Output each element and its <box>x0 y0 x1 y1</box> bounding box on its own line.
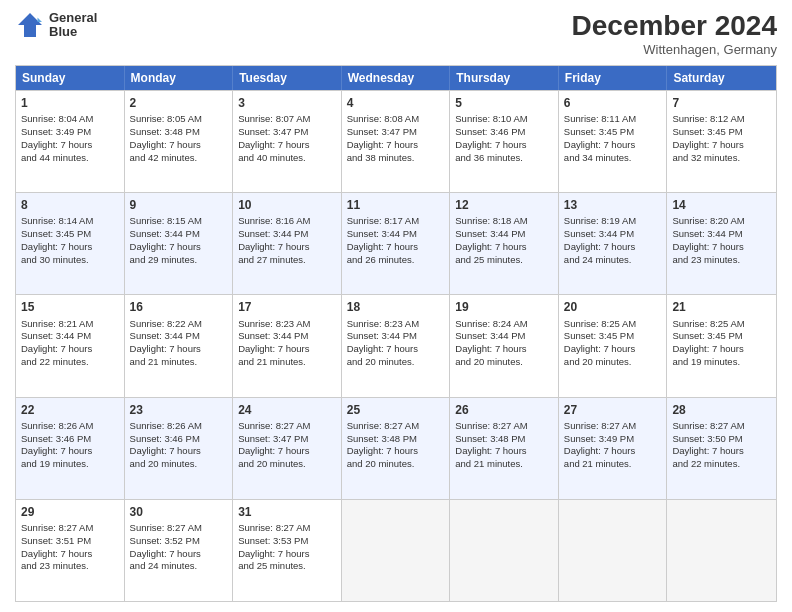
day-info: Sunrise: 8:27 AM <box>564 420 662 433</box>
day-info: Sunrise: 8:26 AM <box>130 420 228 433</box>
logo-line2: Blue <box>49 25 97 39</box>
day-info: and 24 minutes. <box>130 560 228 573</box>
day-info: Sunrise: 8:25 AM <box>564 318 662 331</box>
day-number: 2 <box>130 95 228 111</box>
day-info: and 34 minutes. <box>564 152 662 165</box>
day-info: Daylight: 7 hours <box>21 548 119 561</box>
day-info: Daylight: 7 hours <box>238 343 336 356</box>
day-info: Sunrise: 8:27 AM <box>347 420 445 433</box>
day-number: 15 <box>21 299 119 315</box>
day-info: Sunset: 3:47 PM <box>347 126 445 139</box>
day-info: Sunset: 3:44 PM <box>455 330 553 343</box>
day-info: Daylight: 7 hours <box>672 241 771 254</box>
day-info: and 23 minutes. <box>672 254 771 267</box>
day-info: and 21 minutes. <box>564 458 662 471</box>
day-info: and 20 minutes. <box>130 458 228 471</box>
day-info: Sunset: 3:48 PM <box>130 126 228 139</box>
cal-cell: 15Sunrise: 8:21 AMSunset: 3:44 PMDayligh… <box>16 295 125 396</box>
svg-marker-0 <box>18 13 42 37</box>
day-info: Sunset: 3:48 PM <box>347 433 445 446</box>
day-number: 5 <box>455 95 553 111</box>
day-info: Sunrise: 8:27 AM <box>130 522 228 535</box>
day-number: 27 <box>564 402 662 418</box>
calendar: SundayMondayTuesdayWednesdayThursdayFrid… <box>15 65 777 602</box>
day-info: Sunset: 3:44 PM <box>672 228 771 241</box>
day-info: Sunrise: 8:23 AM <box>238 318 336 331</box>
day-info: Daylight: 7 hours <box>238 548 336 561</box>
day-info: Daylight: 7 hours <box>455 241 553 254</box>
day-number: 31 <box>238 504 336 520</box>
day-info: Sunset: 3:45 PM <box>564 126 662 139</box>
day-info: Daylight: 7 hours <box>455 343 553 356</box>
day-info: Daylight: 7 hours <box>347 343 445 356</box>
day-number: 13 <box>564 197 662 213</box>
cal-cell: 11Sunrise: 8:17 AMSunset: 3:44 PMDayligh… <box>342 193 451 294</box>
cal-cell: 29Sunrise: 8:27 AMSunset: 3:51 PMDayligh… <box>16 500 125 601</box>
cal-header-day: Tuesday <box>233 66 342 90</box>
cal-cell: 28Sunrise: 8:27 AMSunset: 3:50 PMDayligh… <box>667 398 776 499</box>
day-info: Sunrise: 8:27 AM <box>455 420 553 433</box>
day-info: and 25 minutes. <box>238 560 336 573</box>
day-info: Sunrise: 8:10 AM <box>455 113 553 126</box>
day-number: 12 <box>455 197 553 213</box>
cal-cell: 23Sunrise: 8:26 AMSunset: 3:46 PMDayligh… <box>125 398 234 499</box>
cal-row: 1Sunrise: 8:04 AMSunset: 3:49 PMDaylight… <box>16 90 776 192</box>
day-info: and 22 minutes. <box>672 458 771 471</box>
day-info: and 25 minutes. <box>455 254 553 267</box>
day-info: Sunset: 3:44 PM <box>238 228 336 241</box>
day-info: Daylight: 7 hours <box>130 343 228 356</box>
day-info: Daylight: 7 hours <box>21 445 119 458</box>
day-info: Sunrise: 8:25 AM <box>672 318 771 331</box>
day-info: Sunrise: 8:15 AM <box>130 215 228 228</box>
day-number: 26 <box>455 402 553 418</box>
cal-header-day: Wednesday <box>342 66 451 90</box>
cal-row: 22Sunrise: 8:26 AMSunset: 3:46 PMDayligh… <box>16 397 776 499</box>
day-info: Sunset: 3:45 PM <box>21 228 119 241</box>
calendar-header: SundayMondayTuesdayWednesdayThursdayFrid… <box>16 66 776 90</box>
day-info: Daylight: 7 hours <box>347 445 445 458</box>
cal-cell: 19Sunrise: 8:24 AMSunset: 3:44 PMDayligh… <box>450 295 559 396</box>
cal-cell: 16Sunrise: 8:22 AMSunset: 3:44 PMDayligh… <box>125 295 234 396</box>
day-info: Daylight: 7 hours <box>130 445 228 458</box>
day-info: and 21 minutes. <box>455 458 553 471</box>
cal-cell: 20Sunrise: 8:25 AMSunset: 3:45 PMDayligh… <box>559 295 668 396</box>
day-info: Daylight: 7 hours <box>238 445 336 458</box>
cal-cell: 21Sunrise: 8:25 AMSunset: 3:45 PMDayligh… <box>667 295 776 396</box>
day-number: 18 <box>347 299 445 315</box>
day-info: and 44 minutes. <box>21 152 119 165</box>
cal-cell <box>559 500 668 601</box>
day-info: Daylight: 7 hours <box>130 548 228 561</box>
day-info: and 32 minutes. <box>672 152 771 165</box>
cal-header-day: Friday <box>559 66 668 90</box>
day-number: 21 <box>672 299 771 315</box>
day-info: Sunset: 3:52 PM <box>130 535 228 548</box>
day-info: Sunrise: 8:07 AM <box>238 113 336 126</box>
day-info: Sunrise: 8:23 AM <box>347 318 445 331</box>
cal-cell: 10Sunrise: 8:16 AMSunset: 3:44 PMDayligh… <box>233 193 342 294</box>
day-info: Sunrise: 8:22 AM <box>130 318 228 331</box>
day-info: Daylight: 7 hours <box>347 139 445 152</box>
cal-cell: 12Sunrise: 8:18 AMSunset: 3:44 PMDayligh… <box>450 193 559 294</box>
day-info: Sunrise: 8:18 AM <box>455 215 553 228</box>
day-info: Daylight: 7 hours <box>672 139 771 152</box>
cal-cell: 30Sunrise: 8:27 AMSunset: 3:52 PMDayligh… <box>125 500 234 601</box>
day-info: Sunset: 3:44 PM <box>347 228 445 241</box>
logo-icon <box>15 10 45 40</box>
day-number: 30 <box>130 504 228 520</box>
cal-cell: 7Sunrise: 8:12 AMSunset: 3:45 PMDaylight… <box>667 91 776 192</box>
day-info: Sunrise: 8:24 AM <box>455 318 553 331</box>
cal-cell: 4Sunrise: 8:08 AMSunset: 3:47 PMDaylight… <box>342 91 451 192</box>
day-info: Sunset: 3:45 PM <box>672 330 771 343</box>
day-number: 6 <box>564 95 662 111</box>
cal-header-day: Sunday <box>16 66 125 90</box>
day-info: Sunrise: 8:11 AM <box>564 113 662 126</box>
day-info: Sunrise: 8:27 AM <box>238 420 336 433</box>
cal-header-day: Saturday <box>667 66 776 90</box>
cal-row: 15Sunrise: 8:21 AMSunset: 3:44 PMDayligh… <box>16 294 776 396</box>
title-block: December 2024 Wittenhagen, Germany <box>572 10 777 57</box>
day-info: Daylight: 7 hours <box>564 139 662 152</box>
day-info: and 20 minutes. <box>238 458 336 471</box>
cal-cell: 5Sunrise: 8:10 AMSunset: 3:46 PMDaylight… <box>450 91 559 192</box>
day-info: Daylight: 7 hours <box>455 139 553 152</box>
cal-cell: 8Sunrise: 8:14 AMSunset: 3:45 PMDaylight… <box>16 193 125 294</box>
